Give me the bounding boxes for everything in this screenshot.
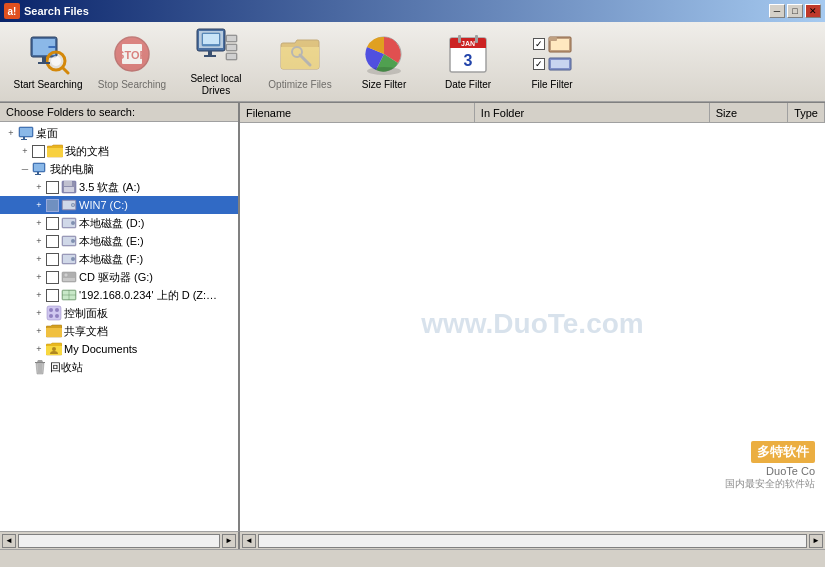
tree-item-controlpanel[interactable]: + 控制面板 [0, 304, 238, 322]
start-searching-button[interactable]: Start Searching [8, 27, 88, 97]
hdd-edrive-icon [61, 233, 77, 249]
window-controls: ─ □ ✕ [769, 4, 821, 18]
tree-item-mydocuments[interactable]: + My Documents [0, 340, 238, 358]
titlebar: a! Search Files ─ □ ✕ [0, 0, 825, 22]
expand-controlpanel[interactable]: + [32, 306, 46, 320]
expand-mydocuments[interactable]: + [32, 342, 46, 356]
scroll-right-arrow[interactable]: ► [222, 534, 236, 548]
checkbox-mydocs[interactable] [32, 145, 45, 158]
checkbox-fdrive[interactable] [46, 253, 59, 266]
expand-ddrive[interactable]: + [32, 216, 46, 230]
svg-point-66 [64, 273, 68, 277]
stop-searching-icon: STOP [108, 33, 156, 75]
edrive-label: 本地磁盘 (E:) [79, 234, 144, 249]
status-bar [0, 549, 825, 567]
tree-item-ddrive[interactable]: + 本地磁盘 (D:) [0, 214, 238, 232]
checkbox-edrive[interactable] [46, 235, 59, 248]
expand-cdrive[interactable]: + [32, 198, 46, 212]
tree-item-edrive[interactable]: + 本地磁盘 (E:) [0, 232, 238, 250]
right-panel: Filename In Folder Size Type www.DuoTe.c… [240, 103, 825, 531]
expand-mypc[interactable]: ─ [18, 162, 32, 176]
expand-mydocs[interactable]: + [18, 144, 32, 158]
window-title: Search Files [24, 5, 769, 17]
size-filter-button[interactable]: Size Filter [344, 27, 424, 97]
svg-point-74 [49, 314, 53, 318]
svg-rect-37 [549, 37, 557, 41]
checkbox-floppy[interactable] [46, 181, 59, 194]
left-hscrollbar[interactable] [18, 534, 220, 548]
network-label: '192.168.0.234' 上的 D (Z:… [79, 288, 217, 303]
expand-fdrive[interactable]: + [32, 252, 46, 266]
scroll-right-right-arrow[interactable]: ► [809, 534, 823, 548]
file-filter-button[interactable]: ✓ ✓ File Filter [512, 27, 592, 97]
expand-edrive[interactable]: + [32, 234, 46, 248]
expand-desktop[interactable]: + [4, 126, 18, 140]
panel-header: Choose Folders to search: [0, 103, 238, 122]
restore-button[interactable]: □ [787, 4, 803, 18]
tree-item-recycle[interactable]: + 回收站 [0, 358, 238, 376]
svg-line-4 [63, 68, 68, 73]
svg-rect-33 [475, 35, 478, 43]
column-headers: Filename In Folder Size Type [240, 103, 825, 123]
scroll-right-left-arrow[interactable]: ◄ [242, 534, 256, 548]
shareddocs-label: 共享文档 [64, 324, 108, 339]
recycle-icon [32, 359, 48, 375]
expand-floppy[interactable]: + [32, 180, 46, 194]
expand-shareddocs[interactable]: + [32, 324, 46, 338]
folder-tree[interactable]: + 桌面 + [0, 122, 238, 531]
col-header-size[interactable]: Size [710, 103, 788, 122]
checkbox-row-2: ✓ [533, 55, 572, 73]
svg-rect-39 [551, 60, 569, 68]
hdd-ddrive-icon [61, 215, 77, 231]
svg-point-72 [49, 308, 53, 312]
tree-item-fdrive[interactable]: + 本地磁盘 (F:) [0, 250, 238, 268]
shareddocs-icon [46, 323, 62, 339]
tree-item-floppy[interactable]: + 3.5 软盘 (A:) [0, 178, 238, 196]
svg-rect-21 [227, 45, 236, 50]
cdrom-label: CD 驱动器 (G:) [79, 270, 153, 285]
tree-item-network[interactable]: + '192.168.0.234' 上的 D (Z:… [0, 286, 238, 304]
mypc-label: 我的电脑 [50, 162, 94, 177]
tree-item-cdrom[interactable]: + CD 驱动器 (G:) [0, 268, 238, 286]
checkbox-cdrive[interactable] [46, 199, 59, 212]
select-local-drives-button[interactable]: Select local Drives [176, 27, 256, 97]
scroll-left-arrow[interactable]: ◄ [2, 534, 16, 548]
expand-cdrom[interactable]: + [32, 270, 46, 284]
controlpanel-icon [46, 305, 62, 321]
tree-item-cdrive[interactable]: + WIN7 (C:) [0, 196, 238, 214]
start-searching-icon [24, 33, 72, 75]
start-searching-label: Start Searching [14, 79, 83, 91]
tree-item-mydocs[interactable]: + 我的文档 [0, 142, 238, 160]
optimize-files-label: Optimize Files [268, 79, 331, 91]
checkbox-network[interactable] [46, 289, 59, 302]
optimize-files-button[interactable]: Optimize Files [260, 27, 340, 97]
stop-searching-button[interactable]: STOP Stop Searching [92, 27, 172, 97]
size-filter-label: Size Filter [362, 79, 406, 91]
svg-rect-19 [227, 36, 236, 41]
right-hscrollbar[interactable] [258, 534, 807, 548]
checkbox-ddrive[interactable] [46, 217, 59, 230]
svg-rect-32 [458, 35, 461, 43]
tree-item-mypc[interactable]: ─ 我的电脑 [0, 160, 238, 178]
svg-rect-43 [21, 139, 27, 140]
main-content: Choose Folders to search: + 桌面 + [0, 102, 825, 531]
svg-rect-23 [227, 54, 236, 59]
svg-rect-42 [23, 137, 25, 139]
checkbox-cdrom[interactable] [46, 271, 59, 284]
svg-rect-65 [63, 278, 75, 281]
svg-point-76 [52, 347, 56, 351]
col-header-infolder[interactable]: In Folder [475, 103, 710, 122]
date-filter-button[interactable]: JAN 3 Date Filter [428, 27, 508, 97]
close-button[interactable]: ✕ [805, 4, 821, 18]
minimize-button[interactable]: ─ [769, 4, 785, 18]
toolbar: Start Searching STOP Stop Searching [0, 22, 825, 102]
svg-point-57 [71, 221, 75, 225]
ddrive-label: 本地磁盘 (D:) [79, 216, 144, 231]
desktop-label: 桌面 [36, 126, 58, 141]
tree-item-desktop[interactable]: + 桌面 [0, 124, 238, 142]
col-header-filename[interactable]: Filename [240, 103, 475, 122]
col-header-type[interactable]: Type [788, 103, 825, 122]
tree-item-shareddocs[interactable]: + 共享文档 [0, 322, 238, 340]
mydocuments-icon [46, 341, 62, 357]
expand-network[interactable]: + [32, 288, 46, 302]
